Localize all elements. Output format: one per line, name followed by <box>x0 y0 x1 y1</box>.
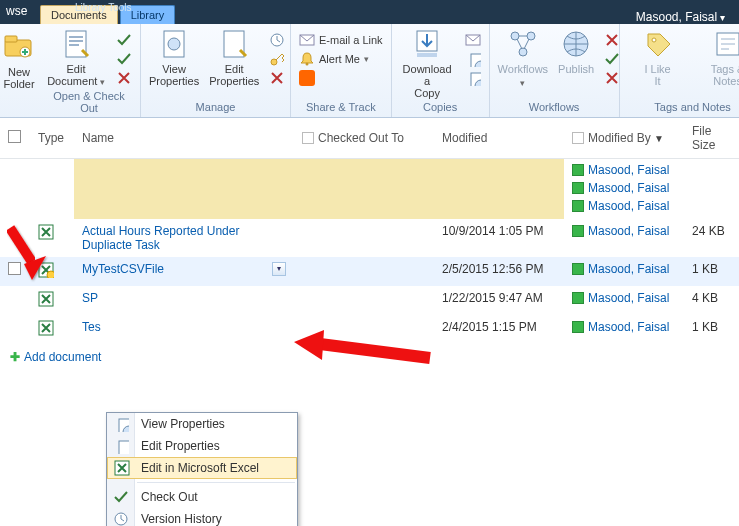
group-manage-title: Manage <box>149 99 282 117</box>
user-link[interactable]: Masood, Faisal <box>588 181 669 195</box>
new-folder-icon <box>3 30 35 62</box>
group-share-title: Share & Track <box>299 99 383 117</box>
note-icon <box>712 28 739 60</box>
grouped-band: Masood, Faisal Masood, Faisal Masood, Fa… <box>0 159 739 219</box>
group-workflows-title: Workflows <box>498 99 611 117</box>
size-cell: 1 KB <box>684 315 739 344</box>
publish-button[interactable]: Publish <box>558 28 594 75</box>
page-icon <box>158 28 190 60</box>
size-cell: 4 KB <box>684 286 739 315</box>
alert-me-button[interactable]: Alert Me <box>299 51 383 67</box>
group-copies-title: Copies <box>400 99 481 117</box>
check-out-button[interactable] <box>116 32 132 48</box>
like-button[interactable]: I Like It <box>628 28 688 87</box>
workflow-icon <box>507 28 539 60</box>
user-menu[interactable]: Masood, Faisal <box>636 6 739 24</box>
ctx-version-history[interactable]: Version History <box>107 508 297 526</box>
modified-cell: 2/4/2015 1:15 PM <box>434 315 564 344</box>
download-copy-button[interactable]: Download a Copy <box>400 28 455 99</box>
ctx-view-properties[interactable]: View Properties <box>107 413 297 435</box>
col-name[interactable]: Name <box>74 118 294 159</box>
row-menu-button[interactable]: ▾ <box>272 262 286 276</box>
presence-icon <box>572 164 584 176</box>
new-folder-button[interactable]: New Folder <box>0 66 38 90</box>
row-checkbox[interactable] <box>8 262 21 275</box>
check-in-button[interactable] <box>116 51 132 67</box>
size-cell: 24 KB <box>684 219 739 257</box>
edit-properties-button[interactable]: Edit Properties <box>209 28 259 87</box>
excel-icon <box>38 320 54 336</box>
discard-checkout-button[interactable] <box>116 70 132 86</box>
modified-cell: 1/22/2015 9:47 AM <box>434 286 564 315</box>
edit-document-icon <box>60 28 92 60</box>
tags-notes-button[interactable]: Tags & Notes <box>698 28 739 87</box>
size-cell: 1 KB <box>684 257 739 286</box>
modified-cell: 2/5/2015 12:56 PM <box>434 257 564 286</box>
mail-icon <box>299 32 315 48</box>
table-row[interactable]: SP 1/22/2015 9:47 AM Masood, Faisal 4 KB <box>0 286 739 315</box>
excel-new-icon <box>38 262 54 278</box>
edit-document-button[interactable]: Edit Document <box>46 28 106 88</box>
bell-icon <box>299 51 315 67</box>
pencil-icon <box>218 28 250 60</box>
modified-cell: 10/9/2014 1:05 PM <box>434 219 564 257</box>
document-list: Type Name Checked Out To Modified Modifi… <box>0 118 739 344</box>
workflows-button[interactable]: Workflows <box>498 28 549 89</box>
plus-icon: ✚ <box>10 350 20 364</box>
tabset-label: Library Tools <box>75 2 132 13</box>
version-icon <box>269 32 285 48</box>
user-link[interactable]: Masood, Faisal <box>588 262 669 276</box>
user-link[interactable]: Masood, Faisal <box>588 320 669 334</box>
col-type[interactable]: Type <box>30 118 74 159</box>
file-name-link[interactable]: Actual Hours Reported Under Dupliacte Ta… <box>74 219 294 257</box>
browse-tab-fragment[interactable]: wse <box>0 4 27 18</box>
table-row[interactable]: Actual Hours Reported Under Dupliacte Ta… <box>0 219 739 257</box>
ctx-edit-properties[interactable]: Edit Properties <box>107 435 297 457</box>
file-name-link[interactable]: MyTestCSVFile <box>82 262 164 276</box>
select-all-checkbox[interactable] <box>8 130 21 143</box>
col-modified[interactable]: Modified <box>434 118 564 159</box>
view-properties-button[interactable]: View Properties <box>149 28 199 87</box>
globe-icon <box>560 28 592 60</box>
file-name-link[interactable]: SP <box>74 286 294 315</box>
user-link[interactable]: Masood, Faisal <box>588 224 669 238</box>
svg-rect-26 <box>299 70 315 86</box>
table-row[interactable]: MyTestCSVFile ▾ 2/5/2015 12:56 PM Masood… <box>0 257 739 286</box>
user-link[interactable]: Masood, Faisal <box>588 163 669 177</box>
user-link[interactable]: Masood, Faisal <box>588 291 669 305</box>
context-menu: View Properties Edit Properties Edit in … <box>106 412 298 526</box>
filter-icon[interactable]: ▼ <box>654 133 664 144</box>
col-size[interactable]: File Size <box>684 118 739 159</box>
table-row[interactable]: Tes 2/4/2015 1:15 PM Masood, Faisal 1 KB <box>0 315 739 344</box>
email-link-button[interactable]: E-mail a Link <box>299 32 383 48</box>
user-link[interactable]: Masood, Faisal <box>588 199 669 213</box>
col-modified-by[interactable]: Modified By ▼ <box>564 118 684 159</box>
download-icon <box>411 28 443 60</box>
col-checked-out[interactable]: Checked Out To <box>294 118 434 159</box>
delete-icon <box>269 70 285 86</box>
add-document-link[interactable]: ✚Add document <box>0 344 739 370</box>
rss-button[interactable] <box>299 70 383 86</box>
excel-icon <box>38 291 54 307</box>
group-open-checkout-title: Open & Check Out <box>46 88 132 118</box>
ctx-edit-excel[interactable]: Edit in Microsoft Excel <box>107 457 297 479</box>
excel-icon <box>38 224 54 240</box>
perms-icon <box>269 51 285 67</box>
ctx-check-out[interactable]: Check Out <box>107 486 297 508</box>
tag-icon <box>642 28 674 60</box>
file-name-link[interactable]: Tes <box>74 315 294 344</box>
group-tags-title: Tags and Notes <box>628 99 739 117</box>
ribbon: New Folder Edit Document Open & Check Ou… <box>0 24 739 118</box>
